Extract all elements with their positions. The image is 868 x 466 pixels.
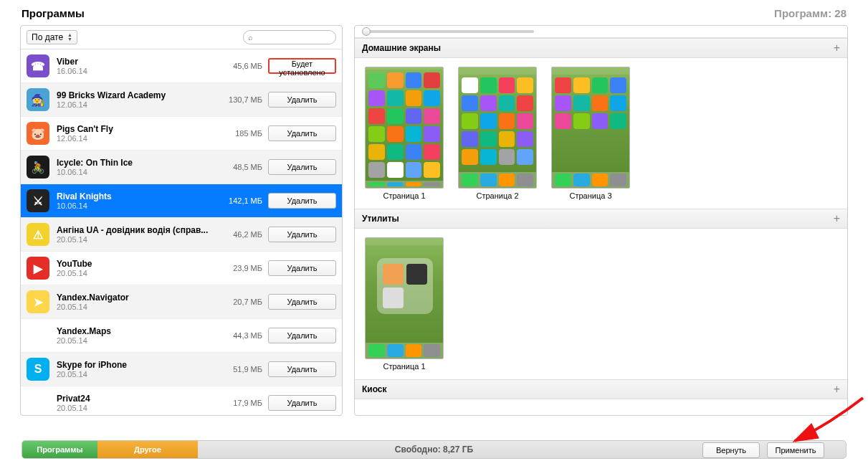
app-name: 99 Bricks Wizard Academy [57, 90, 219, 100]
app-size: 45,6 МБ [219, 62, 262, 70]
page-label: Страница 3 [569, 191, 611, 200]
device-layout-panel: Домашние экраны + Страница 1Страница 2Ст… [354, 25, 848, 416]
home-page[interactable]: Страница 2 [458, 67, 537, 200]
remove-button[interactable]: Удалить [268, 125, 336, 141]
app-row[interactable]: ☎Viber16.06.1445,6 МББудет установлено [21, 49, 342, 83]
app-row[interactable]: ⚠Ангіна UA - довідник водія (справ...20.… [21, 218, 342, 252]
page-label: Страница 1 [383, 362, 425, 371]
app-date: 12.06.14 [57, 100, 219, 109]
revert-button[interactable]: Вернуть [702, 442, 760, 458]
app-icon: 24 [27, 391, 49, 414]
app-row[interactable]: 🧙99 Bricks Wizard Academy12.06.14130,7 М… [21, 83, 342, 117]
sort-label: По дате [32, 32, 63, 42]
app-row[interactable]: ⚔Rival Knights10.06.14142,1 МБУдалить [21, 184, 342, 218]
app-date: 20.05.14 [57, 269, 219, 277]
section-title: Утилиты [362, 214, 399, 224]
zoom-slider[interactable] [362, 30, 534, 33]
remove-button[interactable]: Удалить [268, 328, 336, 343]
remove-button[interactable]: Удалить [268, 395, 336, 411]
app-row[interactable]: 🐷Pigs Can't Fly12.06.14185 МБУдалить [21, 117, 342, 151]
app-size: 142,1 МБ [219, 196, 262, 205]
app-size: 46,2 МБ [219, 230, 262, 239]
app-size: 48,5 МБ [219, 163, 262, 171]
app-icon: ⚔ [27, 189, 49, 212]
remove-button[interactable]: Удалить [268, 92, 336, 108]
app-icon: ➤ [27, 290, 49, 313]
section-utilities: Утилиты + [355, 209, 847, 229]
app-date: 20.05.14 [57, 336, 219, 345]
app-row[interactable]: 🚴Icycle: On Thin Ice10.06.1448,5 МБУдали… [21, 151, 342, 184]
remove-button[interactable]: Удалить [268, 159, 336, 175]
add-util-page-button[interactable]: + [834, 212, 840, 225]
app-name: Pigs Can't Fly [57, 124, 219, 134]
storage-seg-apps: Программы [22, 441, 97, 458]
app-list-panel: По дате ▲▼ ⌕ ☎Viber16.06.1445,6 МББудет … [20, 25, 343, 416]
app-name: Privat24 [57, 394, 219, 404]
home-pages: Страница 1Страница 2Страница 3 [355, 58, 847, 209]
app-icon: S [27, 358, 49, 381]
app-size: 17,9 МБ [219, 399, 262, 407]
section-home-screens: Домашние экраны + [355, 38, 847, 58]
app-date: 10.06.14 [57, 168, 219, 176]
remove-button[interactable]: Удалить [268, 193, 336, 209]
util-page[interactable]: Страница 1 [365, 237, 444, 371]
home-page[interactable]: Страница 3 [551, 67, 630, 200]
remove-button[interactable]: Удалить [268, 260, 336, 276]
app-date: 20.05.14 [57, 303, 219, 311]
sort-dropdown[interactable]: По дате ▲▼ [27, 30, 77, 44]
app-icon: 🐷 [27, 122, 49, 145]
search-input[interactable]: ⌕ [243, 30, 336, 44]
remove-button[interactable]: Удалить [268, 294, 336, 310]
app-size: 130,7 МБ [219, 95, 262, 104]
util-pages: Страница 1 [355, 229, 847, 379]
app-row[interactable]: 🗺Yandex.Maps20.05.1444,3 МБУдалить [21, 319, 342, 353]
app-icon: 🧙 [27, 88, 49, 111]
section-title: Домашние экраны [362, 43, 441, 53]
app-date: 10.06.14 [57, 201, 219, 210]
search-icon: ⌕ [248, 33, 253, 42]
app-row[interactable]: SSkype for iPhone20.05.1451,9 МБУдалить [21, 353, 342, 386]
app-date: 20.05.14 [57, 235, 219, 244]
app-name: Skype for iPhone [57, 360, 219, 370]
dropdown-arrows-icon: ▲▼ [67, 33, 72, 42]
apply-button[interactable]: Применить [767, 442, 824, 458]
page-label: Страница 2 [476, 191, 518, 200]
app-date: 12.06.14 [57, 134, 219, 143]
remove-button[interactable]: Удалить [268, 227, 336, 242]
app-date: 16.06.14 [57, 67, 219, 75]
app-icon: ▶ [27, 257, 49, 280]
app-name: YouTube [57, 259, 219, 269]
home-page[interactable]: Страница 1 [365, 67, 444, 200]
add-page-button[interactable]: + [834, 42, 840, 54]
app-row[interactable]: ➤Yandex.Navigator20.05.1420,7 МБУдалить [21, 285, 342, 319]
storage-bar: Программы Другое Свободно: 8,27 ГБ Верну… [22, 440, 846, 459]
app-name: Yandex.Navigator [57, 293, 219, 303]
app-size: 44,3 МБ [219, 331, 262, 340]
section-title: Киоск [362, 384, 387, 394]
add-kiosk-button[interactable]: + [834, 383, 840, 396]
app-date: 20.05.14 [57, 404, 219, 412]
storage-seg-other: Другое [97, 441, 198, 458]
section-kiosk: Киоск + [355, 379, 847, 399]
app-icon: ⚠ [27, 223, 49, 246]
app-size: 23,9 МБ [219, 264, 262, 272]
app-name: Ангіна UA - довідник водія (справ... [57, 225, 219, 235]
app-icon: ☎ [27, 54, 49, 77]
storage-free-label: Свободно: 8,27 ГБ [395, 444, 473, 455]
app-icon: 🗺 [27, 324, 49, 347]
page-title: Программы [22, 7, 85, 19]
install-button[interactable]: Будет установлено [268, 58, 336, 74]
app-size: 185 МБ [219, 129, 262, 138]
slider-knob[interactable] [362, 27, 371, 36]
page-label: Страница 1 [383, 191, 425, 200]
app-size: 51,9 МБ [219, 365, 262, 374]
app-name: Viber [57, 57, 219, 67]
app-row[interactable]: 24Privat2420.05.1417,9 МБУдалить [21, 386, 342, 415]
app-icon: 🚴 [27, 156, 49, 179]
app-name: Yandex.Maps [57, 326, 219, 336]
remove-button[interactable]: Удалить [268, 361, 336, 377]
app-name: Icycle: On Thin Ice [57, 158, 219, 168]
app-row[interactable]: ▶YouTube20.05.1423,9 МБУдалить [21, 252, 342, 285]
app-list[interactable]: ☎Viber16.06.1445,6 МББудет установлено🧙9… [21, 49, 342, 415]
app-count: Программ: 28 [774, 7, 846, 19]
